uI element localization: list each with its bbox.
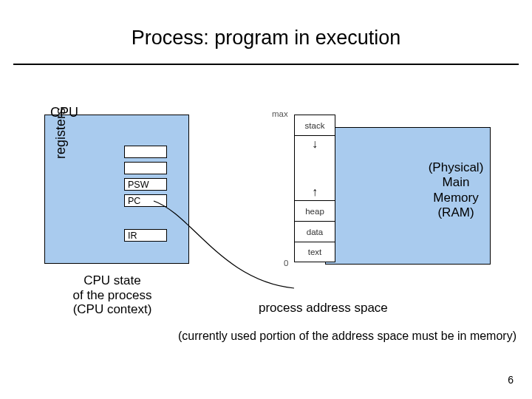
slide-title: Process: program in execution xyxy=(0,27,532,50)
stack-grow-arrow-icon: ↓ xyxy=(312,137,318,151)
page-number: 6 xyxy=(508,374,514,386)
ir-label: IR xyxy=(125,230,137,242)
segment-stack: stack xyxy=(294,115,335,135)
registers-label: registers xyxy=(53,108,69,159)
addr-max-label: max xyxy=(272,109,288,118)
psw-label: PSW xyxy=(125,179,149,191)
register-ir: IR xyxy=(124,229,167,242)
register-slot xyxy=(124,162,167,174)
segment-gap: ↓ ↑ xyxy=(294,135,335,200)
register-pc: PC xyxy=(124,194,167,207)
segment-data: data xyxy=(294,221,335,242)
addr-zero-label: 0 xyxy=(284,259,288,267)
pc-label: PC xyxy=(125,195,140,208)
segment-heap: heap xyxy=(294,200,335,221)
memory-label: (Physical) Main Memory (RAM) xyxy=(423,160,489,221)
address-space-column: stack ↓ ↑ heap data text xyxy=(294,115,335,262)
register-psw: PSW xyxy=(124,178,167,191)
title-divider xyxy=(13,64,519,65)
cpu-state-caption: CPU state of the process (CPU context) xyxy=(53,273,171,317)
address-space-caption: process address space xyxy=(259,301,388,316)
memory-note: (currently used portion of the address s… xyxy=(0,329,532,343)
segment-text: text xyxy=(294,242,335,262)
heap-grow-arrow-icon: ↑ xyxy=(312,185,318,199)
register-slot xyxy=(124,146,167,158)
